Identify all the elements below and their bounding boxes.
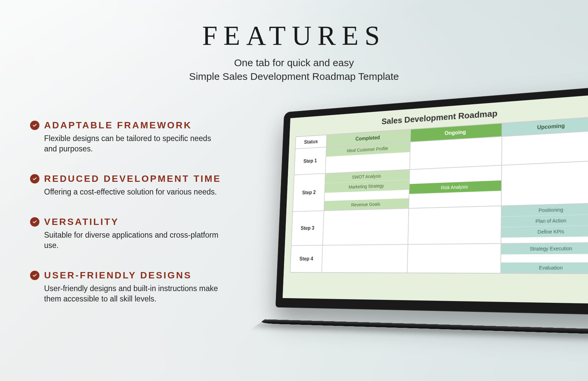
feature-title: USER-FRIENDLY DESIGNS — [44, 270, 192, 281]
lane-completed: SWOT Analysis Marketing Strategy Revenue… — [324, 169, 410, 211]
lane-upcoming — [502, 130, 588, 165]
check-circle-icon — [30, 271, 39, 280]
feature-head: ADAPTABLE FRAMEWORK — [30, 120, 244, 131]
col-header-upcoming: Upcoming — [502, 117, 588, 137]
lane-ongoing — [408, 206, 501, 244]
task: Plan of Action — [501, 215, 588, 227]
task: Define KPIs — [501, 226, 588, 238]
feature-item: REDUCED DEVELOPMENT TIME Offering a cost… — [30, 173, 244, 197]
feature-head: VERSATILITY — [30, 217, 244, 227]
check-circle-icon — [30, 217, 39, 227]
table-row: Step 4 Strategy Execution Evaluation — [290, 243, 588, 274]
feature-desc: Offering a cost-effective solution for v… — [44, 187, 225, 197]
lane-completed — [322, 244, 408, 273]
task: Evaluation — [501, 262, 588, 273]
subtitle-line: Simple Sales Development Roadmap Templat… — [30, 70, 558, 84]
feature-title: VERSATILITY — [44, 217, 119, 227]
feature-item: ADAPTABLE FRAMEWORK Flexible designs can… — [30, 120, 244, 154]
header: FEATURES One tab for quick and easy Simp… — [30, 20, 558, 83]
page-title: FEATURES — [30, 20, 558, 51]
feature-head: REDUCED DEVELOPMENT TIME — [30, 173, 244, 184]
lane-upcoming — [501, 160, 588, 206]
lane-ongoing — [407, 244, 501, 273]
laptop-bezel: Sales Development Roadmap Status Complet… — [275, 86, 588, 315]
feature-title: REDUCED DEVELOPMENT TIME — [44, 173, 221, 184]
subtitle-line: One tab for quick and easy — [30, 56, 558, 70]
lane-upcoming: Strategy Execution Evaluation — [501, 243, 588, 274]
content-row: ADAPTABLE FRAMEWORK Flexible designs can… — [30, 107, 558, 347]
lane-completed — [323, 208, 409, 245]
feature-list: ADAPTABLE FRAMEWORK Flexible designs can… — [30, 107, 244, 324]
page-subtitle: One tab for quick and easy Simple Sales … — [30, 56, 558, 83]
lane-ongoing — [410, 136, 502, 169]
lane-upcoming: Positioning Plan of Action Define KPIs — [501, 203, 588, 243]
task: Positioning — [501, 204, 588, 217]
laptop-mockup: Sales Development Roadmap Status Complet… — [264, 107, 558, 347]
feature-item: USER-FRIENDLY DESIGNS User-friendly desi… — [30, 270, 244, 304]
laptop: Sales Development Roadmap Status Complet… — [275, 86, 588, 338]
feature-head: USER-FRIENDLY DESIGNS — [30, 270, 244, 281]
step-label: Step 3 — [291, 211, 324, 245]
check-circle-icon — [30, 174, 39, 183]
step-label: Step 1 — [294, 147, 326, 175]
feature-title: ADAPTABLE FRAMEWORK — [44, 120, 192, 131]
task: Strategy Execution — [501, 243, 588, 255]
roadmap-table: Status Completed Ongoing Upcoming Step 1 — [290, 116, 588, 274]
check-circle-icon — [30, 121, 39, 130]
feature-desc: Suitable for diverse applications and cr… — [44, 230, 225, 251]
lane-ongoing: Risk Analysis — [409, 165, 501, 208]
step-label: Step 4 — [290, 245, 322, 273]
roadmap: Sales Development Roadmap Status Complet… — [283, 94, 588, 304]
lane-completed: Ideal Customer Profile — [325, 142, 410, 173]
page: FEATURES One tab for quick and easy Simp… — [0, 0, 588, 381]
laptop-base — [259, 319, 588, 335]
feature-item: VERSATILITY Suitable for diverse applica… — [30, 217, 244, 251]
feature-desc: User-friendly designs and built-in instr… — [44, 283, 225, 304]
laptop-screen: Sales Development Roadmap Status Complet… — [283, 94, 588, 304]
step-label: Step 2 — [293, 173, 325, 212]
feature-desc: Flexible designs can be tailored to spec… — [44, 133, 225, 154]
col-header-status: Status — [295, 135, 327, 149]
